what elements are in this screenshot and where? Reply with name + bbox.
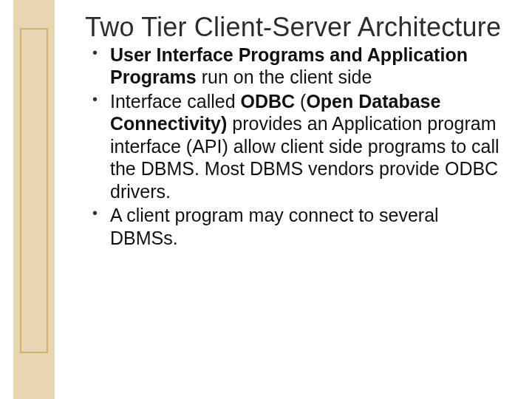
slide-title: Two Tier Client-Server Architecture (85, 13, 510, 42)
bullet-text-bold: ODBC (241, 91, 296, 112)
list-item: User Interface Programs and Application … (92, 44, 510, 89)
bullet-text: A client program may connect to several … (110, 205, 439, 248)
band-frame (20, 28, 48, 353)
list-item: A client program may connect to several … (92, 204, 510, 249)
bullet-list: User Interface Programs and Application … (92, 44, 510, 250)
list-item: Interface called ODBC (Open Database Con… (92, 90, 510, 203)
decorative-side-band (0, 0, 65, 399)
band-fill (13, 0, 55, 399)
bullet-text: ( (295, 91, 306, 112)
bullet-text: run on the client side (197, 66, 372, 87)
slide-content: Two Tier Client-Server Architecture User… (85, 13, 510, 250)
bullet-text: Interface called (110, 91, 241, 112)
